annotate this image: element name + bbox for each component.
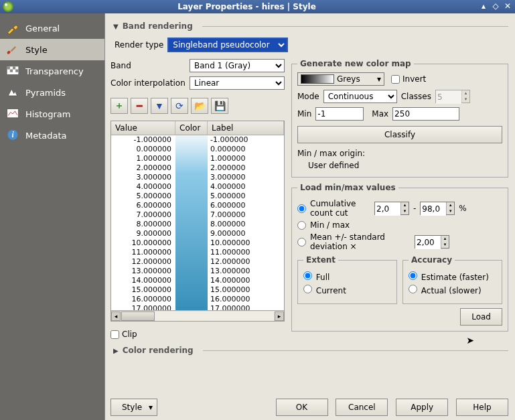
interp-combo[interactable]: Linear — [190, 76, 285, 90]
invert-checkbox[interactable]: Invert — [391, 74, 426, 84]
table-row[interactable]: 9.0000009.000000 — [111, 229, 284, 238]
min-input[interactable] — [315, 107, 364, 121]
sidebar-item-label: General — [25, 23, 60, 33]
save-file-button[interactable]: 💾 — [211, 98, 228, 114]
style-menu-button[interactable]: Style ▾ — [111, 399, 157, 416]
max-label: Max — [372, 109, 388, 119]
sidebar-item-label: Transparency — [25, 66, 84, 76]
table-row[interactable]: 16.00000016.000000 — [111, 295, 284, 304]
svg-rect-5 — [7, 109, 19, 118]
cum-low-spinbox[interactable]: ▴▾ — [374, 202, 409, 215]
table-row[interactable]: 1.0000001.000000 — [111, 154, 284, 163]
table-hscrollbar[interactable]: ◂ ▸ — [111, 310, 284, 321]
sort-icon: ▼ — [155, 100, 164, 111]
sort-button[interactable]: ▼ — [151, 98, 168, 114]
sidebar-item-metadata[interactable]: i Metadata — [0, 125, 104, 146]
load-button[interactable]: Load — [460, 308, 502, 326]
table-row[interactable]: 3.0000003.000000 — [111, 173, 284, 182]
sidebar-item-style[interactable]: Style — [0, 39, 104, 60]
titlebar: Layer Properties - hires | Style ▴ ◇ ✕ — [0, 0, 515, 13]
save-icon: 💾 — [214, 100, 226, 111]
sidebar-item-histogram[interactable]: Histogram — [0, 103, 104, 125]
histogram-icon — [5, 107, 20, 121]
table-row[interactable]: 8.0000008.000000 — [111, 220, 284, 229]
remove-entry-button[interactable]: ━ — [131, 98, 148, 114]
color-rendering-header[interactable]: ▶ Color rendering — [113, 346, 508, 355]
minmax-label: Min / max — [310, 220, 350, 230]
estimate-radio[interactable]: Estimate (faster) — [409, 271, 489, 282]
extent-legend: Extent — [303, 255, 338, 265]
mode-combo[interactable]: Continuous — [323, 90, 397, 103]
table-row[interactable]: 11.00000011.000000 — [111, 248, 284, 257]
max-input[interactable] — [392, 107, 459, 121]
folder-icon: 📂 — [194, 100, 206, 111]
table-row[interactable]: 17.00000017.000000 — [111, 304, 284, 310]
apply-button[interactable]: Apply — [396, 399, 448, 416]
section-title: Band rendering — [123, 21, 193, 31]
reload-icon: ⟳ — [175, 100, 183, 111]
section-title: Color rendering — [123, 346, 194, 355]
stddev-radio[interactable]: Mean +/- standard deviation × — [297, 232, 411, 251]
maximize-icon[interactable]: ◇ — [491, 2, 500, 11]
table-row[interactable]: 4.0000004.000000 — [111, 182, 284, 192]
band-rendering-header[interactable]: ▼ Band rendering — [113, 21, 508, 31]
full-radio[interactable]: Full — [303, 271, 329, 282]
actual-label: Actual (slower) — [421, 286, 482, 295]
band-label: Band — [111, 61, 186, 70]
col-label-header[interactable]: Label — [208, 121, 284, 135]
palette-combo[interactable]: Greys ▾ — [297, 72, 384, 86]
table-row[interactable]: 2.0000002.000000 — [111, 163, 284, 173]
svg-rect-2 — [13, 66, 15, 69]
table-row[interactable]: 10.00000010.000000 — [111, 238, 284, 248]
table-row[interactable]: 5.0000005.000000 — [111, 192, 284, 201]
table-row[interactable]: 12.00000012.000000 — [111, 257, 284, 267]
classes-label: Classes — [401, 92, 431, 101]
colormap-legend: Generate new color map — [297, 59, 414, 68]
cancel-button[interactable]: Cancel — [336, 399, 388, 416]
band-combo[interactable]: Band 1 (Gray) — [190, 59, 285, 72]
sidebar-item-transparency[interactable]: Transparency — [0, 60, 104, 82]
col-color-header[interactable]: Color — [175, 121, 208, 135]
table-row[interactable]: 14.00000014.000000 — [111, 276, 284, 285]
open-file-button[interactable]: 📂 — [191, 98, 208, 114]
dash-label: - — [413, 204, 416, 213]
col-value-header[interactable]: Value — [111, 121, 175, 135]
cumulative-radio[interactable]: Cumulative count cut — [297, 199, 370, 218]
scroll-right-icon[interactable]: ▸ — [275, 311, 284, 321]
table-row[interactable]: -1.000000-1.000000 — [111, 135, 284, 145]
minmax-radio[interactable]: Min / max — [297, 220, 350, 230]
sidebar-item-general[interactable]: General — [0, 17, 104, 39]
table-row[interactable]: 7.0000007.000000 — [111, 210, 284, 220]
interp-label: Color interpolation — [111, 78, 186, 88]
expand-icon: ▶ — [113, 347, 119, 354]
current-radio[interactable]: Current — [303, 285, 346, 295]
add-entry-button[interactable]: ＋ — [111, 98, 128, 114]
sidebar-item-label: Pyramids — [25, 88, 66, 98]
ok-button[interactable]: OK — [276, 399, 328, 416]
table-row[interactable]: 6.0000006.000000 — [111, 201, 284, 210]
stddev-spinbox[interactable]: ▴▾ — [415, 235, 449, 249]
transparency-icon — [5, 64, 20, 78]
clip-checkbox[interactable]: Clip — [111, 330, 285, 339]
pyramids-icon — [5, 86, 20, 99]
actual-radio[interactable]: Actual (slower) — [409, 285, 482, 295]
classify-button[interactable]: Classify — [297, 126, 502, 143]
reload-button[interactable]: ⟳ — [171, 98, 188, 114]
minimize-icon[interactable]: ▴ — [479, 2, 488, 11]
sidebar-item-pyramids[interactable]: Pyramids — [0, 82, 104, 103]
scroll-left-icon[interactable]: ◂ — [111, 311, 121, 321]
chevron-down-icon: ▾ — [149, 403, 153, 412]
mode-label: Mode — [297, 92, 319, 101]
cum-high-spinbox[interactable]: ▴▾ — [420, 202, 455, 215]
table-row[interactable]: 0.0000000.000000 — [111, 145, 284, 154]
origin-label: Min / max origin: — [297, 149, 502, 158]
cumulative-label: Cumulative count cut — [310, 199, 370, 218]
app-icon — [3, 1, 13, 12]
render-type-combo[interactable]: Singleband pseudocolor — [167, 38, 288, 52]
help-button[interactable]: Help — [456, 399, 508, 416]
accuracy-fieldset: Accuracy Estimate (faster) Actual (slowe… — [402, 255, 502, 304]
classes-spinbox[interactable]: ▴▾ — [435, 90, 470, 103]
table-row[interactable]: 13.00000013.000000 — [111, 267, 284, 276]
table-row[interactable]: 15.00000015.000000 — [111, 285, 284, 295]
close-icon[interactable]: ✕ — [503, 2, 512, 11]
